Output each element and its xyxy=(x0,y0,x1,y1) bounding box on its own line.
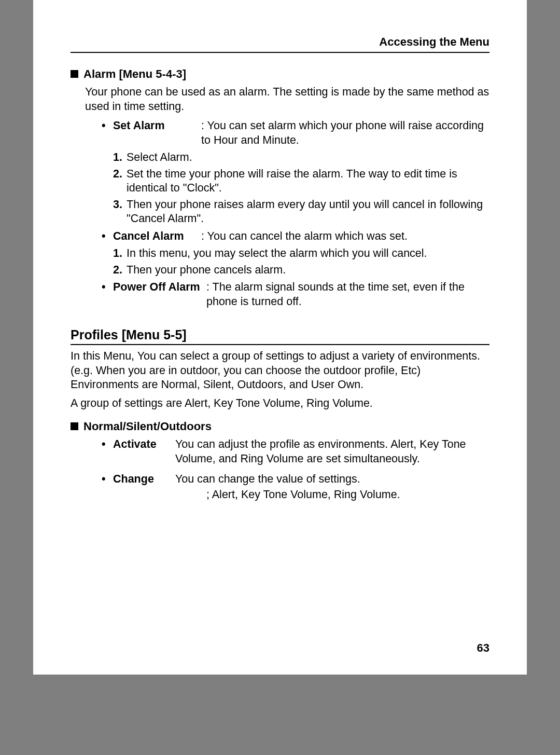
bullet-icon: • xyxy=(102,437,113,466)
step-number: 3. xyxy=(113,198,127,226)
square-bullet-icon xyxy=(71,70,78,78)
step-number: 1. xyxy=(113,150,127,165)
set-alarm-desc: : You can set alarm which your phone wil… xyxy=(201,119,489,147)
activate-label: Activate xyxy=(113,437,175,466)
step-text: In this menu, you may select the alarm w… xyxy=(127,246,489,261)
step-text: Then your phone raises alarm every day u… xyxy=(127,198,489,226)
cancel-alarm-item: • Cancel Alarm : You can cancel the alar… xyxy=(102,229,489,244)
set-alarm-label: Set Alarm xyxy=(113,119,201,147)
page-header: Accessing the Menu xyxy=(71,35,489,53)
document-page: Accessing the Menu Alarm [Menu 5-4-3] Yo… xyxy=(33,0,527,675)
profiles-sub-heading: Normal/Silent/Outdoors xyxy=(71,420,489,433)
change-desc-2: ; Alert, Key Tone Volume, Ring Volume. xyxy=(206,488,489,502)
power-off-alarm-label: Power Off Alarm xyxy=(113,280,206,309)
alarm-intro: Your phone can be used as an alarm. The … xyxy=(85,85,489,114)
step-text: Then your phone cancels alarm. xyxy=(127,263,489,278)
profiles-para-2: A group of settings are Alert, Key Tone … xyxy=(71,396,489,411)
bullet-icon: • xyxy=(102,280,113,309)
bullet-icon: • xyxy=(102,229,113,244)
change-desc-1: You can change the value of settings. xyxy=(175,472,489,487)
alarm-heading: Alarm [Menu 5-4-3] xyxy=(71,67,489,81)
power-off-alarm-desc: : The alarm signal sounds at the time se… xyxy=(206,280,489,309)
set-alarm-item: • Set Alarm : You can set alarm which yo… xyxy=(102,119,489,147)
bullet-icon: • xyxy=(102,472,113,487)
cancel-alarm-desc: : You can cancel the alarm which was set… xyxy=(201,229,489,244)
change-label: Change xyxy=(113,472,175,487)
bullet-icon: • xyxy=(102,119,113,147)
activate-item: • Activate You can adjust the profile as… xyxy=(102,437,489,466)
step-number: 2. xyxy=(113,263,127,278)
change-item: • Change You can change the value of set… xyxy=(102,472,489,487)
step-text: Set the time your phone will raise the a… xyxy=(127,167,489,196)
page-number: 63 xyxy=(477,641,489,655)
power-off-alarm-item: • Power Off Alarm : The alarm signal sou… xyxy=(102,280,489,309)
square-bullet-icon xyxy=(71,422,78,430)
cancel-alarm-steps: 1.In this menu, you may select the alarm… xyxy=(113,246,489,277)
alarm-heading-text: Alarm [Menu 5-4-3] xyxy=(83,67,186,80)
activate-desc: You can adjust the profile as environmen… xyxy=(175,437,489,466)
set-alarm-steps: 1.Select Alarm. 2.Set the time your phon… xyxy=(113,150,489,226)
cancel-alarm-label: Cancel Alarm xyxy=(113,229,201,244)
profiles-sub-heading-text: Normal/Silent/Outdoors xyxy=(83,420,212,433)
profiles-sub-items: • Activate You can adjust the profile as… xyxy=(102,437,489,502)
profiles-heading: Profiles [Menu 5-5] xyxy=(71,327,489,345)
profiles-para-1: In this Menu, You can select a group of … xyxy=(71,349,489,392)
step-number: 2. xyxy=(113,167,127,196)
step-text: Select Alarm. xyxy=(127,150,489,165)
step-number: 1. xyxy=(113,246,127,261)
